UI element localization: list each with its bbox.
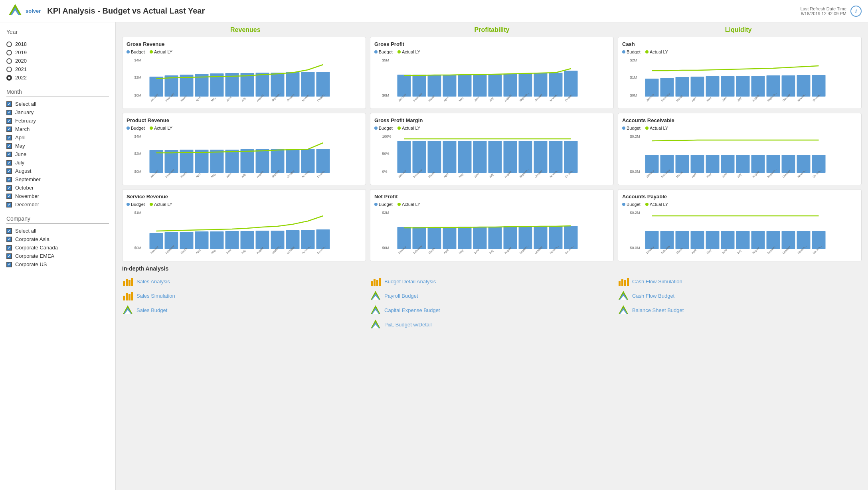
company-asia[interactable]: Corporate Asia bbox=[6, 236, 109, 242]
month-august[interactable]: August bbox=[6, 168, 109, 174]
svg-text:May: May bbox=[706, 249, 712, 255]
month-june[interactable]: June bbox=[6, 151, 109, 157]
month-october[interactable]: October bbox=[6, 185, 109, 191]
svg-text:July: July bbox=[488, 173, 494, 179]
cash-flow-budget-link[interactable]: Cash Flow Budget bbox=[618, 290, 862, 301]
svg-text:May: May bbox=[210, 249, 216, 255]
service-revenue-card: Service Revenue Budget Actual LY $1M $0M bbox=[122, 189, 366, 261]
month-january[interactable]: January bbox=[6, 109, 109, 115]
month-november[interactable]: November bbox=[6, 193, 109, 199]
sales-budget-link[interactable]: Sales Budget bbox=[122, 304, 366, 316]
logo: solver bbox=[6, 2, 41, 20]
svg-rect-17 bbox=[316, 72, 330, 97]
month-filter: Month Select all January February March … bbox=[6, 89, 109, 207]
month-september[interactable]: September bbox=[6, 176, 109, 182]
svg-rect-146 bbox=[751, 155, 765, 173]
svg-text:May: May bbox=[210, 96, 216, 102]
svg-rect-13 bbox=[256, 73, 269, 97]
cash-card: Cash Budget Actual LY $2M $1M $0M bbox=[618, 37, 862, 109]
svg-rect-245 bbox=[123, 296, 125, 300]
svg-text:April: April bbox=[195, 96, 202, 103]
svg-text:$0.2M: $0.2M bbox=[630, 211, 640, 215]
bar-chart-icon-2 bbox=[122, 290, 133, 301]
company-canada[interactable]: Corporate Canada bbox=[6, 245, 109, 251]
net-profit-legend: Budget Actual LY bbox=[374, 202, 609, 207]
svg-text:June: June bbox=[721, 96, 728, 102]
gross-profit-margin-title: Gross Profit Margin bbox=[374, 117, 609, 123]
net-profit-svg: $2M $0M bbox=[374, 209, 609, 253]
svg-rect-223 bbox=[736, 231, 750, 249]
svg-rect-96 bbox=[301, 149, 315, 173]
service-revenue-chart: $1M $0M bbox=[127, 209, 362, 257]
accounts-receivable-chart: $0.2M $0.0M bbox=[622, 133, 857, 181]
svg-rect-97 bbox=[316, 149, 330, 173]
balance-sheet-budget-link[interactable]: Balance Sheet Budget bbox=[618, 304, 862, 316]
svg-rect-248 bbox=[131, 292, 133, 300]
month-july[interactable]: July bbox=[6, 160, 109, 166]
cash-legend: Budget Actual LY bbox=[622, 49, 857, 54]
svg-text:July: July bbox=[241, 249, 247, 255]
company-emea[interactable]: Corporate EMEA bbox=[6, 253, 109, 259]
sidebar: Year 2018 2019 2020 2021 2022 bbox=[0, 22, 116, 490]
solver-logo-4 bbox=[370, 319, 381, 330]
pl-budget-link[interactable]: P&L Budget w/Detail bbox=[370, 319, 614, 330]
indepth-section: In-depth Analysis Sales Analysis bbox=[122, 265, 862, 333]
svg-text:$0.0M: $0.0M bbox=[630, 170, 640, 174]
month-february[interactable]: February bbox=[6, 118, 109, 124]
year-2022[interactable]: 2022 bbox=[6, 75, 109, 81]
cash-title: Cash bbox=[622, 41, 857, 47]
svg-text:$1M: $1M bbox=[134, 211, 142, 215]
gross-profit-margin-svg: 100% 50% 0% bbox=[374, 133, 609, 177]
svg-rect-37 bbox=[473, 75, 487, 97]
sales-analysis-link[interactable]: Sales Analysis bbox=[122, 276, 366, 287]
page-title: KPI Analysis - Budget vs Actual Last Yea… bbox=[47, 6, 800, 16]
year-2018[interactable]: 2018 bbox=[6, 41, 109, 47]
payroll-budget-link[interactable]: Payroll Budget bbox=[370, 290, 614, 301]
svg-rect-12 bbox=[241, 73, 254, 97]
svg-text:July: July bbox=[241, 97, 247, 103]
gross-revenue-svg: $4M $2M $0M bbox=[127, 57, 362, 101]
year-2019[interactable]: 2019 bbox=[6, 49, 109, 55]
svg-text:May: May bbox=[706, 172, 712, 178]
month-march[interactable]: March bbox=[6, 126, 109, 132]
svg-rect-124 bbox=[564, 141, 578, 173]
budget-dot bbox=[127, 50, 130, 53]
svg-text:June: June bbox=[721, 172, 728, 178]
info-button[interactable]: i bbox=[850, 6, 862, 17]
charts-row-3: Service Revenue Budget Actual LY $1M $0M bbox=[122, 189, 862, 261]
company-select-all[interactable]: Select all bbox=[6, 228, 109, 234]
svg-rect-34 bbox=[428, 75, 441, 97]
year-2020[interactable]: 2020 bbox=[6, 58, 109, 64]
company-label: Company bbox=[6, 215, 109, 224]
svg-text:May: May bbox=[458, 96, 464, 102]
budget-detail-link[interactable]: Budget Detail Analysis bbox=[370, 276, 614, 287]
month-may[interactable]: May bbox=[6, 143, 109, 149]
svg-text:100%: 100% bbox=[382, 134, 391, 138]
sales-simulation-link[interactable]: Sales Simulation bbox=[122, 290, 366, 301]
gross-revenue-chart: $4M $2M $0M bbox=[127, 57, 362, 105]
radio-2018 bbox=[6, 41, 12, 47]
capital-expense-link[interactable]: Capital Expense Budget bbox=[370, 304, 614, 316]
svg-text:$2M: $2M bbox=[382, 211, 390, 215]
svg-rect-118 bbox=[473, 141, 487, 173]
main-content: Year 2018 2019 2020 2021 2022 bbox=[0, 22, 868, 490]
cash-flow-simulation-link[interactable]: Cash Flow Simulation bbox=[618, 276, 862, 287]
svg-rect-198 bbox=[504, 226, 517, 249]
svg-rect-143 bbox=[706, 155, 720, 173]
solver-logo-1 bbox=[122, 304, 133, 316]
month-december[interactable]: December bbox=[6, 202, 109, 207]
gross-profit-svg: $5M $0M bbox=[374, 57, 609, 101]
svg-rect-144 bbox=[721, 155, 735, 173]
svg-rect-65 bbox=[736, 76, 750, 97]
svg-text:June: June bbox=[721, 248, 728, 255]
svg-rect-145 bbox=[736, 155, 750, 173]
gross-profit-margin-card: Gross Profit Margin Budget Actual LY 100… bbox=[370, 113, 614, 185]
month-april[interactable]: April bbox=[6, 134, 109, 140]
company-us[interactable]: Corporate US bbox=[6, 261, 109, 267]
year-2021[interactable]: 2021 bbox=[6, 66, 109, 72]
svg-rect-242 bbox=[126, 279, 128, 286]
month-select-all[interactable]: Select all bbox=[6, 101, 109, 107]
svg-rect-267 bbox=[624, 280, 626, 286]
svg-text:June: June bbox=[225, 248, 232, 255]
radio-2020 bbox=[6, 58, 12, 64]
